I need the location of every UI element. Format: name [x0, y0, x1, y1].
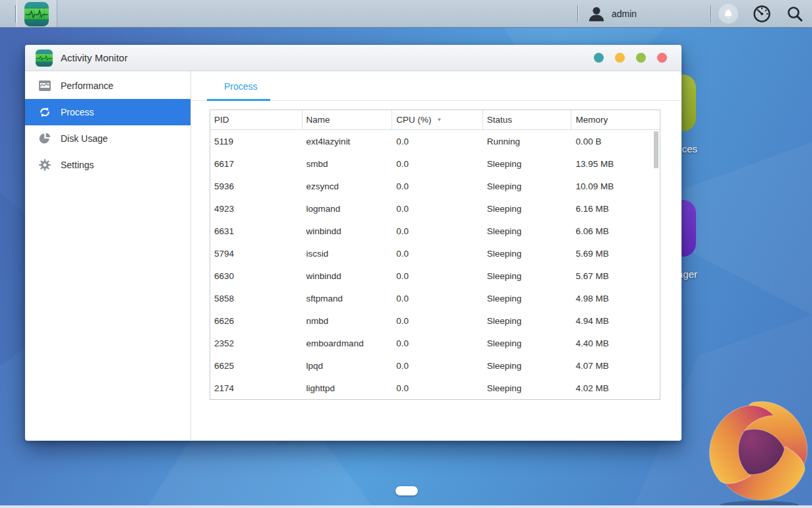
table-cell: 6.06 MB: [571, 220, 660, 242]
bell-icon: [723, 9, 734, 19]
window-title: Activity Monitor: [61, 52, 128, 63]
window-control-dot-red[interactable]: [657, 53, 667, 63]
user-menu[interactable]: admin: [588, 0, 637, 27]
table-cell: lpqd: [303, 354, 393, 377]
table-cell: 10.09 MB: [571, 175, 660, 197]
table-cell: sftpmand: [303, 287, 393, 309]
table-row[interactable]: 2174lighttpd0.0Sleeping4.02 MB: [210, 377, 660, 399]
taskbar-divider: [15, 5, 16, 22]
brand-swirl-logo: [707, 398, 812, 508]
taskbar-divider: [577, 5, 578, 22]
column-header-memory[interactable]: Memory: [571, 110, 660, 129]
sidebar-item-settings[interactable]: Settings: [25, 152, 190, 178]
table-row[interactable]: 5794iscsid0.0Sleeping5.69 MB: [210, 242, 660, 265]
table-cell: 5858: [210, 287, 303, 309]
sidebar-item-performance[interactable]: Performance: [25, 73, 190, 99]
window-control-dot-green[interactable]: [636, 53, 646, 63]
taskbar-divider: [710, 5, 711, 22]
sidebar-item-disk-usage[interactable]: Disk Usage: [25, 125, 190, 152]
table-cell: 0.0: [392, 152, 483, 175]
sidebar-item-label: Disk Usage: [61, 133, 108, 144]
window-control-dot-yellow[interactable]: [615, 53, 625, 63]
sidebar-item-process[interactable]: Process: [25, 99, 190, 125]
column-header-name[interactable]: Name: [303, 110, 393, 129]
activity-monitor-taskbar-icon[interactable]: [24, 2, 49, 26]
table-header: PID Name CPU (%)▼ Status Memory: [210, 110, 660, 130]
notifications-button[interactable]: [718, 4, 738, 24]
table-row[interactable]: 6617smbd0.0Sleeping13.95 MB: [210, 152, 660, 175]
table-cell: 4.02 MB: [571, 377, 660, 399]
table-row[interactable]: 5119ext4lazyinit0.0Running0.00 B: [210, 130, 660, 152]
table-cell: 6626: [210, 309, 303, 332]
activity-monitor-window: Activity Monitor Performance: [25, 45, 682, 441]
table-cell: iscsid: [303, 242, 393, 265]
sidebar: Performance Process Di: [25, 71, 191, 440]
column-header-cpu[interactable]: CPU (%)▼: [392, 110, 483, 129]
table-cell: lighttpd: [303, 377, 393, 399]
table-cell: 0.0: [392, 130, 483, 152]
table-cell: Sleeping: [483, 377, 572, 399]
table-cell: Sleeping: [483, 309, 572, 332]
user-icon: [588, 5, 605, 22]
sidebar-item-label: Performance: [61, 80, 113, 91]
table-cell: 0.0: [392, 220, 483, 242]
table-cell: 0.0: [392, 309, 483, 332]
table-row[interactable]: 6630winbindd0.0Sleeping5.67 MB: [210, 265, 660, 287]
process-table-body: 5119ext4lazyinit0.0Running0.00 B6617smbd…: [210, 130, 660, 399]
table-scrollbar[interactable]: [654, 131, 658, 168]
tab-strip: Process: [191, 71, 682, 101]
table-row[interactable]: 4923logmand0.0Sleeping6.16 MB: [210, 197, 660, 220]
table-row[interactable]: 6631winbindd0.0Sleeping6.06 MB: [210, 220, 660, 242]
table-cell: 5936: [210, 175, 303, 197]
window-control-dot-teal[interactable]: [594, 53, 604, 63]
table-row[interactable]: 5858sftpmand0.0Sleeping4.98 MB: [210, 287, 660, 309]
top-taskbar: admin: [0, 0, 812, 28]
table-cell: logmand: [303, 197, 393, 220]
desktop-icon-label: ces: [682, 143, 697, 154]
table-cell: 0.0: [392, 287, 483, 309]
table-cell: Running: [483, 130, 572, 152]
username: admin: [612, 9, 637, 19]
table-cell: 5.69 MB: [571, 242, 660, 265]
dock-handle[interactable]: [395, 486, 418, 495]
table-cell: winbindd: [303, 220, 393, 242]
table-cell: 0.0: [392, 265, 483, 287]
column-header-pid[interactable]: PID: [210, 110, 303, 129]
table-cell: 5119: [210, 130, 303, 152]
table-cell: 6631: [210, 220, 303, 242]
table-cell: 5794: [210, 242, 303, 265]
main-content: Process PID Name CPU (%)▼ Status Memory …: [191, 71, 682, 440]
table-cell: 0.0: [392, 197, 483, 220]
table-cell: 0.00 B: [571, 130, 660, 152]
table-cell: Sleeping: [483, 354, 572, 377]
table-cell: 0.0: [392, 354, 483, 377]
table-row[interactable]: 5936ezsyncd0.0Sleeping10.09 MB: [210, 175, 660, 197]
table-row[interactable]: 2352emboardmand0.0Sleeping4.40 MB: [210, 332, 660, 354]
table-cell: winbindd: [303, 265, 393, 287]
table-cell: 5.67 MB: [571, 265, 660, 287]
settings-gear-icon: [38, 158, 51, 172]
window-titlebar[interactable]: Activity Monitor: [25, 45, 682, 71]
table-row[interactable]: 6625lpqd0.0Sleeping4.07 MB: [210, 354, 660, 377]
activity-monitor-icon: [36, 49, 53, 67]
search-icon[interactable]: [786, 5, 804, 23]
system-gauge-icon[interactable]: [753, 5, 771, 23]
column-header-status[interactable]: Status: [483, 110, 572, 129]
table-row[interactable]: 6626nmbd0.0Sleeping4.94 MB: [210, 309, 660, 332]
table-cell: 13.95 MB: [571, 152, 660, 175]
bottom-dock-strip: [0, 505, 812, 508]
tab-process[interactable]: Process: [224, 71, 258, 101]
table-cell: Sleeping: [483, 242, 572, 265]
table-cell: 4.94 MB: [571, 309, 660, 332]
sidebar-item-label: Process: [61, 107, 94, 117]
table-cell: 0.0: [392, 242, 483, 265]
window-controls: [594, 53, 671, 63]
table-cell: 6.16 MB: [571, 197, 660, 220]
process-sync-icon: [38, 106, 51, 119]
performance-chart-icon: [38, 79, 51, 92]
sort-desc-icon: ▼: [436, 117, 442, 123]
sidebar-item-label: Settings: [61, 160, 94, 170]
table-cell: Sleeping: [483, 265, 572, 287]
table-cell: 2352: [210, 332, 303, 354]
process-table: PID Name CPU (%)▼ Status Memory 5119ext4…: [210, 110, 660, 400]
